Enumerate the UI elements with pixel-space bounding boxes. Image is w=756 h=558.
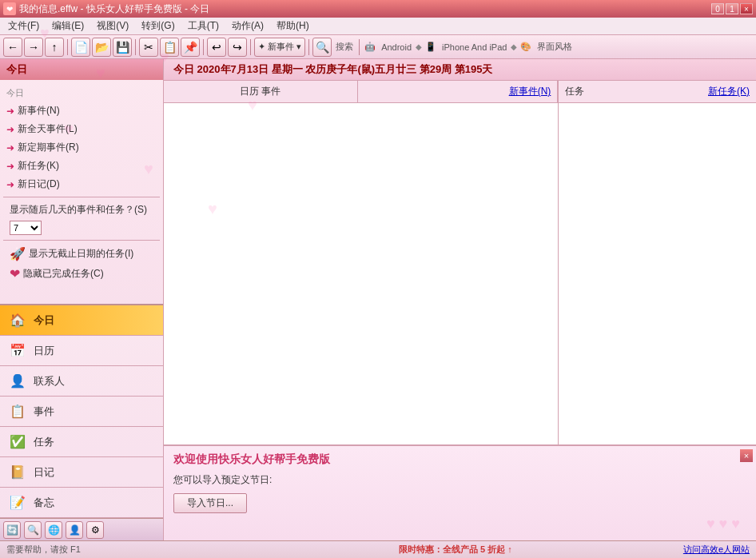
sidebar-tool-user[interactable]: 👤 <box>66 521 83 539</box>
new-event-link[interactable]: 新事件(N) <box>509 85 551 98</box>
heart-icon-2: ❤ <box>10 266 20 281</box>
toolbar-android-icon[interactable]: 🤖 <box>363 40 377 54</box>
sidebar-new-allday[interactable]: ➜ 新全天事件(L) <box>3 120 160 138</box>
welcome-hearts: ♥ ♥ ♥ <box>706 516 740 532</box>
sidebar-divider-2 <box>3 240 160 241</box>
sidebar-tool-sync[interactable]: 🔄 <box>3 521 21 539</box>
nav-today-icon: 🏠 <box>8 311 27 330</box>
sidebar-new-recurring-label: 新定期事件(R) <box>18 141 79 154</box>
toolbar-up-btn[interactable]: ↑ <box>45 38 64 57</box>
days-selector-input-row: 7 3 5 14 <box>3 219 160 237</box>
title-bar-controls[interactable]: 0 1 × <box>711 3 753 14</box>
title-bar-left: ❤ 我的信息.effw - 快乐女人好帮手免费版 - 今日 <box>3 2 209 16</box>
days-selector: 显示随后几天的事件和任务？(S) <box>3 201 160 219</box>
theme-label[interactable]: 界面风格 <box>535 41 575 53</box>
import-holiday-btn[interactable]: 导入节日... <box>173 493 247 513</box>
arrow-icon-5: ➜ <box>6 179 14 190</box>
sidebar-new-event[interactable]: ➜ 新事件(N) <box>3 102 160 120</box>
toolbar-forward-btn[interactable]: → <box>24 38 43 57</box>
nav-contacts-label: 联系人 <box>34 374 65 389</box>
task-new-col[interactable]: 新任务(K) <box>658 85 756 98</box>
toolbar-open-btn[interactable]: 📂 <box>92 38 111 57</box>
sidebar-header: 今日 <box>0 59 163 80</box>
toolbar-iphone-icon[interactable]: 📱 <box>424 40 438 54</box>
toolbar-copy-btn[interactable]: 📋 <box>160 38 179 57</box>
toolbar-undo-btn[interactable]: ↩ <box>207 38 226 57</box>
close-button[interactable]: × <box>740 3 753 14</box>
arrow-icon-1: ➜ <box>6 106 14 117</box>
menu-bar: 文件(F) 编辑(E) 视图(V) 转到(G) 工具(T) 动作(A) 帮助(H… <box>0 18 756 35</box>
sidebar-checkbox-nodeadline[interactable]: 🚀 显示无截止日期的任务(I) <box>3 244 160 264</box>
status-bar: 需要帮助，请按 F1 限时特惠：全线产品 5 折起 ↑ 访问高效e人网站 <box>0 540 756 558</box>
nav-today[interactable]: 🏠 今日 <box>0 305 163 336</box>
sidebar-content: 今日 ➜ 新事件(N) ➜ 新全天事件(L) ➜ 新定期事件(R) ➜ 新任务(… <box>0 80 163 288</box>
sidebar-hidecompleted-label: 隐藏已完成任务(C) <box>23 267 104 281</box>
nav-tasks[interactable]: ✅ 任务 <box>0 427 163 457</box>
nav-diary-label: 日记 <box>34 465 54 480</box>
maximize-button[interactable]: 1 <box>726 3 738 14</box>
nav-diary[interactable]: 📔 日记 <box>0 457 163 488</box>
sidebar-checkbox-hidecompleted[interactable]: ❤ 隐藏已完成任务(C) <box>3 264 160 284</box>
nav-memo-icon: 📝 <box>8 493 27 512</box>
toolbar-sep-3 <box>203 39 204 55</box>
today-section: 今日 今日 ➜ 新事件(N) ➜ 新全天事件(L) ➜ 新定期事件(R) <box>0 59 163 305</box>
nav-memo[interactable]: 📝 备忘 <box>0 488 163 518</box>
nav-calendar-label: 日历 <box>34 344 54 358</box>
sidebar-tool-web[interactable]: 🌐 <box>45 521 62 539</box>
toolbar-redo-btn[interactable]: ↪ <box>228 38 247 57</box>
toolbar-theme-icon[interactable]: 🎨 <box>519 40 533 54</box>
sidebar-toolbar: 🔄 🔍 🌐 👤 ⚙ <box>0 518 163 540</box>
search-label[interactable]: 搜索 <box>333 41 356 53</box>
arrow-icon-3: ➜ <box>6 142 14 153</box>
window-title: 我的信息.effw - 快乐女人好帮手免费版 - 今日 <box>19 2 209 16</box>
main-container: 今日 今日 ➜ 新事件(N) ➜ 新全天事件(L) ➜ 新定期事件(R) <box>0 59 756 540</box>
task-body <box>559 103 756 444</box>
menu-help[interactable]: 帮助(H) <box>270 18 316 34</box>
toolbar-new-btn[interactable]: 📄 <box>71 38 90 57</box>
menu-edit[interactable]: 编辑(E) <box>46 18 90 34</box>
new-task-link[interactable]: 新任务(K) <box>708 85 750 98</box>
menu-goto[interactable]: 转到(G) <box>135 18 181 34</box>
nav-events[interactable]: 📋 事件 <box>0 397 163 427</box>
welcome-panel: × 欢迎使用快乐女人好帮手免费版 您可以导入预定义节日: 导入节日... ♥ ♥… <box>164 444 756 540</box>
welcome-title: 欢迎使用快乐女人好帮手免费版 <box>173 452 746 467</box>
toolbar: ← → ↑ 📄 📂 💾 ✂ 📋 📌 ↩ ↪ ✦ 新事件 ▾ 🔍 搜索 🤖 And… <box>0 35 756 59</box>
app-icon: ❤ <box>3 2 16 15</box>
sidebar-tool-search[interactable]: 🔍 <box>24 521 42 539</box>
cal-col-new-event[interactable]: 新事件(N) <box>358 81 559 102</box>
days-select[interactable]: 7 3 5 14 <box>10 221 42 235</box>
cal-body: ♥ ♥ ♥ ♥ ♥ ♥ ♥ <box>164 103 558 444</box>
nav-events-icon: 📋 <box>8 402 27 421</box>
cal-task-area: 日历 事件 新事件(N) ♥ ♥ ♥ ♥ ♥ ♥ ♥ <box>164 81 756 444</box>
nav-memo-label: 备忘 <box>34 496 54 510</box>
days-selector-label: 显示随后几天的事件和任务？(S) <box>10 203 147 217</box>
cal-col-diary-label: 日历 事件 <box>240 85 281 98</box>
iphone-label[interactable]: iPhone And iPad <box>440 42 509 52</box>
sidebar-new-diary[interactable]: ➜ 新日记(D) <box>3 175 160 193</box>
nav-contacts[interactable]: 👤 联系人 <box>0 366 163 397</box>
arrow-icon-2: ➜ <box>6 124 14 135</box>
nav-calendar-icon: 📅 <box>8 341 27 361</box>
status-website-link[interactable]: 访问高效e人网站 <box>677 544 756 556</box>
toolbar-cut-btn[interactable]: ✂ <box>139 38 158 57</box>
menu-tools[interactable]: 工具(T) <box>181 18 225 34</box>
sidebar-divider-1 <box>3 197 160 197</box>
toolbar-save-btn[interactable]: 💾 <box>113 38 132 57</box>
toolbar-back-btn[interactable]: ← <box>3 38 22 57</box>
welcome-close-btn[interactable]: × <box>740 449 753 462</box>
toolbar-search-icon[interactable]: 🔍 <box>312 38 332 57</box>
nav-diary-icon: 📔 <box>8 463 27 482</box>
toolbar-paste-btn[interactable]: 📌 <box>181 38 200 57</box>
sidebar-tool-settings[interactable]: ⚙ <box>86 521 104 539</box>
nav-calendar[interactable]: 📅 日历 <box>0 336 163 366</box>
menu-view[interactable]: 视图(V) <box>90 18 135 34</box>
sidebar-new-recurring[interactable]: ➜ 新定期事件(R) <box>3 138 160 157</box>
toolbar-sep-6 <box>359 39 360 55</box>
new-event-button[interactable]: ✦ 新事件 ▾ <box>254 38 305 57</box>
sidebar-new-task[interactable]: ➜ 新任务(K) <box>3 157 160 175</box>
menu-file[interactable]: 文件(F) <box>2 18 46 34</box>
android-label[interactable]: Android <box>379 42 414 52</box>
sidebar-new-diary-label: 新日记(D) <box>18 177 60 191</box>
menu-actions[interactable]: 动作(A) <box>225 18 270 34</box>
minimize-button[interactable]: 0 <box>711 3 724 14</box>
